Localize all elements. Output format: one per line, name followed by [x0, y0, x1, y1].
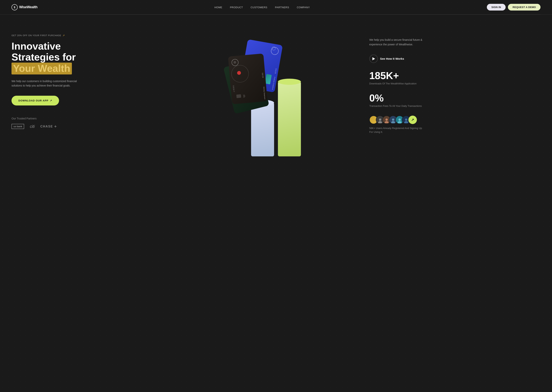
citi-logo: citi — [30, 124, 35, 129]
pedestal-right — [278, 82, 301, 156]
hero-center: 03/29 Francis Crawford Debit )) — [190, 26, 362, 156]
svg-point-7 — [398, 121, 401, 123]
nav-actions: SIGN IN REQUEST A DEMO — [487, 4, 540, 11]
logo[interactable]: $ WiseWealth — [12, 4, 37, 10]
citi-text: citi — [30, 124, 35, 129]
logo-text: WiseWealth — [19, 5, 37, 9]
users-label: 58K+ Users Already Registered And Signin… — [369, 126, 423, 134]
card-dark-date: 08/29 — [262, 73, 264, 78]
chase-icon: ✛ — [54, 125, 57, 128]
partners-logos: us bank citi CHASE ✛ — [12, 124, 183, 129]
download-arrow-icon: ↗ — [50, 99, 52, 102]
hero-left: GET 20% OFF ON YOUR FIRST PURCHASE ↗ Inn… — [12, 26, 183, 129]
svg-point-3 — [385, 121, 389, 123]
nav-home[interactable]: HOME — [214, 6, 222, 9]
chase-text: CHASE — [40, 125, 53, 128]
usbank-text: us bank — [14, 125, 22, 128]
promo-badge: GET 20% OFF ON YOUR FIRST PURCHASE ↗ — [12, 34, 183, 37]
navbar: $ WiseWealth HOME PRODUCT CUSTOMERS PART… — [0, 0, 552, 14]
fees-label: Transaction Fees To All Your Daily Trans… — [369, 104, 540, 108]
svg-point-4 — [392, 119, 394, 121]
svg-point-8 — [405, 119, 407, 121]
see-how-button[interactable]: See How It Works — [369, 55, 540, 63]
fees-number: 0% — [369, 93, 540, 103]
logo-icon: $ — [12, 4, 18, 10]
card-dark-name: Shirley Swanson — [263, 86, 266, 99]
pedestal-left — [251, 103, 274, 156]
svg-point-6 — [399, 119, 401, 121]
stat-downloads: 185K+ Downloads Of The WealthWise Applic… — [369, 71, 540, 85]
promo-arrow-icon: ↗ — [63, 34, 65, 37]
promo-text: GET 20% OFF ON YOUR FIRST PURCHASE — [12, 34, 61, 36]
svg-point-9 — [404, 121, 408, 123]
users-arrow-button[interactable]: ↗ — [408, 116, 417, 124]
stat-fees: 0% Transaction Fees To All Your Daily Tr… — [369, 93, 540, 108]
users-block: ↗ 58K+ Users Already Registered And Sign… — [369, 116, 540, 134]
card-dark-label: Debit — [232, 85, 235, 93]
user-avatars: ↗ — [369, 116, 540, 124]
svg-point-0 — [379, 119, 381, 121]
svg-point-2 — [385, 119, 388, 121]
downloads-label: Downloads Of The WealthWise Application — [369, 82, 540, 85]
svg-point-1 — [378, 121, 382, 123]
downloads-number: 185K+ — [369, 71, 540, 81]
right-description: We help you build a secure financial fut… — [369, 38, 423, 47]
hero-title-highlight: Your Wealth — [12, 63, 72, 74]
nav-links: HOME PRODUCT CUSTOMERS PARTNERS COMPANY — [214, 6, 310, 9]
hero-right: We help you build a secure financial fut… — [369, 26, 540, 134]
hero-subtitle: We help our customers in building custom… — [12, 79, 80, 88]
partners-section: Our Trusted Partners us bank citi CHASE … — [12, 117, 183, 129]
card-stack: 03/29 Francis Crawford Debit )) — [230, 47, 276, 109]
card-dark: Debit )) 08/29 Shirley Swanson — [228, 53, 267, 104]
sign-in-button[interactable]: SIGN IN — [487, 4, 506, 11]
play-icon — [372, 57, 375, 60]
card-blue-name: Francis Crawford — [272, 77, 276, 90]
nav-product[interactable]: PRODUCT — [230, 6, 243, 9]
download-app-button[interactable]: DOWNLOAD OUR APP ↗ — [12, 96, 59, 105]
usbank-logo: us bank — [12, 124, 24, 129]
nav-customers[interactable]: CUSTOMERS — [251, 6, 267, 9]
request-demo-button[interactable]: REQUEST A DEMO — [508, 4, 540, 11]
hero-title: Innovative Strategies for Your Wealth — [12, 41, 183, 74]
see-how-text: See How It Works — [380, 57, 404, 60]
card-blue-date: 03/29 — [274, 68, 277, 74]
play-button[interactable] — [369, 55, 378, 63]
partners-title: Our Trusted Partners — [12, 117, 183, 120]
chase-logo: CHASE ✛ — [40, 125, 57, 128]
nav-partners[interactable]: PARTNERS — [275, 6, 289, 9]
hero-section: GET 20% OFF ON YOUR FIRST PURCHASE ↗ Inn… — [0, 15, 552, 348]
nav-company[interactable]: COMPANY — [297, 6, 310, 9]
svg-point-5 — [391, 121, 395, 123]
